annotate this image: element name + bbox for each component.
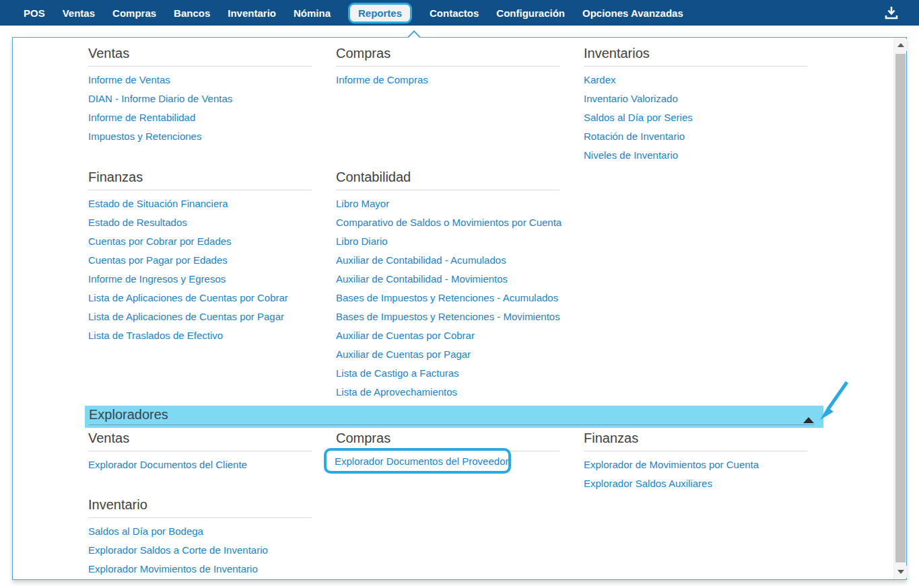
menu-link[interactable]: Estado de Situación Financiera: [88, 194, 312, 213]
menu-link[interactable]: Rotación de Inventario: [584, 127, 807, 146]
section-contabilidad: Contabilidad Libro Mayor Comparativo de …: [336, 168, 559, 402]
menu-link[interactable]: Bases de Impuestos y Retenciones - Movim…: [336, 307, 559, 326]
menu-link[interactable]: Explorador Saldos a Corte de Inventario: [88, 541, 312, 560]
section-links: Informe de Compras: [336, 71, 559, 89]
exploradores-title: Exploradores: [89, 407, 168, 422]
scrollbar-thumb[interactable]: [895, 54, 906, 562]
scroll-down-icon: [897, 570, 904, 574]
menu-link[interactable]: Lista de Traslados de Efectivo: [88, 326, 312, 345]
menu-link[interactable]: Inventario Valorizado: [584, 89, 807, 108]
menu-link[interactable]: Kardex: [584, 71, 807, 89]
menu-link[interactable]: Bases de Impuestos y Retenciones - Acumu…: [336, 289, 559, 307]
section-compras: Compras Informe de Compras: [336, 44, 559, 89]
nav-item-pos[interactable]: POS: [24, 7, 45, 19]
section-links: Explorador Documentos del Cliente: [88, 455, 312, 474]
section-links: Informe de Ventas DIAN - Informe Diario …: [88, 71, 312, 146]
nav-item-opciones-avanzadas[interactable]: Opciones Avanzadas: [582, 7, 683, 19]
nav-item-compras[interactable]: Compras: [112, 7, 156, 19]
menu-link[interactable]: Auxiliar de Contabilidad - Acumulados: [336, 251, 559, 270]
nav-menu: POS Ventas Compras Bancos Inventario Nóm…: [0, 3, 683, 24]
section-title: Ventas: [88, 429, 312, 451]
nav-item-ventas[interactable]: Ventas: [63, 7, 95, 19]
menu-link[interactable]: Informe de Compras: [336, 71, 559, 89]
section-links: Saldos al Día por Bodega Explorador Sald…: [88, 522, 312, 579]
highlight-box: Explorador Documentos del Proveedor: [324, 448, 511, 474]
reports-dropdown-panel: Ventas Informe de Ventas DIAN - Informe …: [12, 37, 907, 580]
menu-link[interactable]: Auxiliar de Cuentas por Cobrar: [336, 326, 559, 345]
menu-link[interactable]: Lista de Aplicaciones de Cuentas por Cob…: [88, 289, 312, 307]
section-links: Kardex Inventario Valorizado Saldos al D…: [584, 71, 807, 165]
section-inventarios: Inventarios Kardex Inventario Valorizado…: [584, 44, 807, 165]
menu-link[interactable]: Libro Diario: [336, 232, 559, 251]
menu-link[interactable]: Impuestos y Retenciones: [88, 127, 312, 146]
section-exploradores-ventas: Ventas Explorador Documentos del Cliente: [88, 429, 312, 474]
menu-link[interactable]: Explorador Documentos del Cliente: [88, 455, 312, 474]
exploradores-header[interactable]: Exploradores: [85, 406, 823, 428]
nav-item-nomina[interactable]: Nómina: [294, 7, 331, 19]
menu-link[interactable]: Explorador de Movimientos por Cuenta: [584, 455, 807, 474]
section-links: Explorador de Movimientos por Cuenta Exp…: [584, 455, 807, 493]
section-finanzas: Finanzas Estado de Situación Financiera …: [88, 168, 312, 345]
scrollbar-down-button[interactable]: [894, 566, 907, 578]
menu-link[interactable]: Libro Mayor: [336, 194, 559, 213]
scrollbar-up-button[interactable]: [894, 39, 907, 51]
section-title: Finanzas: [88, 168, 312, 190]
scrollbar[interactable]: [893, 38, 906, 579]
menu-link[interactable]: Lista de Aplicaciones de Cuentas por Pag…: [88, 307, 312, 326]
menu-link[interactable]: Lista de Castigo a Facturas: [336, 364, 559, 383]
download-icon[interactable]: [884, 6, 899, 20]
nav-item-reportes[interactable]: Reportes: [348, 3, 412, 24]
menu-link[interactable]: Informe de Ingresos y Egresos: [88, 270, 312, 289]
section-title: Finanzas: [584, 429, 807, 451]
section-ventas: Ventas Informe de Ventas DIAN - Informe …: [88, 44, 312, 146]
menu-link[interactable]: Saldos al Día por Series: [584, 108, 807, 127]
menu-link[interactable]: Cuentas por Cobrar por Edades: [88, 232, 312, 251]
menu-link[interactable]: DIAN - Informe Diario de Ventas: [88, 89, 312, 108]
scroll-up-icon: [897, 43, 904, 47]
menu-link[interactable]: Niveles de Inventario: [584, 146, 807, 165]
menu-link[interactable]: Saldos al Día por Bodega: [88, 522, 312, 541]
menu-link[interactable]: Informe de Rentabilidad: [88, 108, 312, 127]
section-links: Libro Mayor Comparativo de Saldos o Movi…: [336, 194, 559, 402]
section-exploradores-inventario: Inventario Saldos al Día por Bodega Expl…: [88, 496, 312, 579]
annotation-arrow-icon: [811, 374, 858, 425]
section-title: Ventas: [88, 44, 312, 67]
nav-item-bancos[interactable]: Bancos: [174, 7, 210, 19]
section-exploradores-finanzas: Finanzas Explorador de Movimientos por C…: [584, 429, 807, 493]
top-nav-bar: POS Ventas Compras Bancos Inventario Nóm…: [0, 0, 919, 26]
menu-link[interactable]: Lista de Aprovechamientos: [336, 383, 559, 402]
section-title: Contabilidad: [336, 168, 559, 190]
section-title: Compras: [336, 44, 559, 67]
menu-link[interactable]: Comparativo de Saldos o Movimientos por …: [336, 213, 559, 232]
section-title: Inventario: [88, 496, 312, 518]
menu-link[interactable]: Cuentas por Pagar por Edades: [88, 251, 312, 270]
menu-link[interactable]: Informe de Ventas: [88, 71, 312, 89]
nav-item-inventario[interactable]: Inventario: [228, 7, 276, 19]
menu-link[interactable]: Estado de Resultados: [88, 213, 312, 232]
exploradores-underline: [89, 425, 814, 425]
menu-link[interactable]: Explorador Saldos Auxiliares: [584, 474, 807, 493]
section-title: Inventarios: [584, 44, 807, 67]
nav-item-configuracion[interactable]: Configuración: [496, 7, 565, 19]
menu-link[interactable]: Auxiliar de Contabilidad - Movimientos: [336, 270, 559, 289]
menu-link-explorador-proveedor[interactable]: Explorador Documentos del Proveedor: [335, 455, 508, 467]
menu-link[interactable]: Explorador Movimientos de Inventario: [88, 560, 312, 579]
section-links: Estado de Situación Financiera Estado de…: [88, 194, 312, 345]
menu-link[interactable]: Auxiliar de Cuentas por Pagar: [336, 345, 559, 364]
nav-item-contactos[interactable]: Contactos: [430, 7, 479, 19]
